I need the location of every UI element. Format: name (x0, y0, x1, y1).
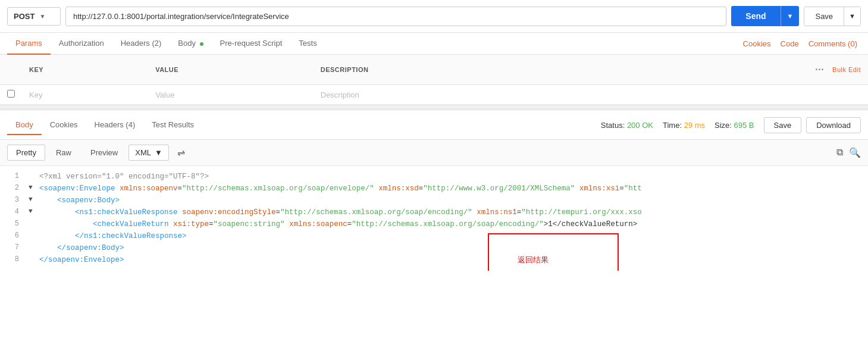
key-cell[interactable]: Key (22, 85, 148, 105)
send-button-group: Send ▼ (731, 6, 799, 26)
line-arrow (29, 242, 37, 253)
params-table: KEY VALUE DESCRIPTION ··· Bulk Edit Key … (0, 55, 868, 105)
method-label: POST (14, 12, 35, 21)
cookies-link[interactable]: Cookies (739, 33, 775, 54)
response-download-button[interactable]: Download (806, 117, 861, 133)
method-select[interactable]: POST ▼ (7, 7, 61, 26)
copy-icon[interactable]: ⧉ (836, 147, 843, 158)
more-options-icon[interactable]: ··· (811, 60, 828, 80)
code-link[interactable]: Code (777, 33, 803, 54)
tab-authorization[interactable]: Authorization (51, 33, 112, 55)
line-number: 2 (5, 183, 19, 194)
response-bar: Body Cookies Headers (4) Test Results St… (0, 109, 868, 140)
line-number: 4 (5, 206, 19, 218)
desc-cell[interactable]: Description (314, 85, 588, 105)
annotation-label: 返回结果 (518, 255, 549, 267)
line-number: 5 (5, 218, 19, 230)
url-input[interactable] (65, 7, 726, 26)
format-label: XML (135, 148, 151, 157)
col-checkbox (0, 55, 22, 85)
row-checkbox[interactable] (0, 85, 22, 105)
line-arrow[interactable]: ▼ (29, 195, 37, 205)
code-text: </ns1:checkValueResponse> (39, 230, 187, 242)
code-line-8: 8 </soapenv:Envelope> (0, 254, 868, 266)
line-number: 6 (5, 230, 19, 242)
col-key: KEY (22, 55, 148, 85)
send-dropdown-button[interactable]: ▼ (781, 6, 800, 26)
code-text: <soapenv:Body> (39, 195, 120, 206)
col-value: VALUE (148, 55, 314, 85)
tab-pre-request[interactable]: Pre-request Script (212, 33, 291, 55)
code-wrapper: 1 <?xml version="1.0" encoding="UTF-8"?>… (0, 166, 868, 271)
code-line-7: 7 </soapenv:Body> (0, 242, 868, 254)
size-label: Size: 695 B (715, 121, 754, 130)
tab-right-actions: Cookies Code Comments (0) (739, 33, 861, 54)
comments-link[interactable]: Comments (0) (805, 33, 861, 54)
code-line-3: 3 ▼ <soapenv:Body> (0, 195, 868, 206)
tab-headers[interactable]: Headers (2) (112, 33, 170, 55)
code-line-1: 1 <?xml version="1.0" encoding="UTF-8"?> (0, 171, 868, 183)
params-section: KEY VALUE DESCRIPTION ··· Bulk Edit Key … (0, 55, 868, 105)
col-actions: ··· Bulk Edit (588, 55, 868, 85)
body-tab-pretty[interactable]: Pretty (7, 145, 45, 161)
body-tab-raw[interactable]: Raw (48, 145, 80, 160)
body-actions-right: ⧉ 🔍 (836, 147, 861, 158)
line-number: 3 (5, 195, 19, 206)
line-arrow (29, 254, 37, 265)
resp-tab-body[interactable]: Body (7, 115, 42, 135)
resp-tab-cookies[interactable]: Cookies (42, 115, 86, 135)
resp-tab-test-results[interactable]: Test Results (143, 115, 202, 135)
wrap-icon[interactable]: ⇌ (177, 147, 185, 158)
code-text: <checkValueReturn xsi:type="soapenc:stri… (39, 218, 637, 230)
code-text: <ns1:checkValueResponse soapenv:encoding… (39, 206, 642, 218)
section-divider (0, 105, 868, 109)
line-number: 1 (5, 171, 19, 182)
format-chevron-icon: ▼ (155, 148, 162, 157)
code-line-2: 2 ▼ <soapenv:Envelope xmlns:soapenv="htt… (0, 183, 868, 195)
save-button[interactable]: Save (804, 7, 844, 26)
line-arrow (29, 171, 37, 181)
format-select[interactable]: XML ▼ (129, 145, 169, 161)
code-text: </soapenv:Envelope> (39, 254, 124, 266)
code-area: 1 <?xml version="1.0" encoding="UTF-8"?>… (0, 166, 868, 271)
status-label: Status: 200 OK (601, 121, 653, 130)
table-row: Key Value Description (0, 85, 868, 105)
tab-tests[interactable]: Tests (290, 33, 325, 55)
value-cell[interactable]: Value (148, 85, 314, 105)
bulk-edit-button[interactable]: Bulk Edit (832, 61, 861, 78)
line-arrow (29, 230, 37, 241)
code-line-5: 5 <checkValueReturn xsi:type="soapenc:st… (0, 218, 868, 230)
code-line-6: 6 </ns1:checkValueResponse> (0, 230, 868, 242)
search-icon[interactable]: 🔍 (849, 147, 861, 158)
col-description: DESCRIPTION (314, 55, 588, 85)
body-viewer-tabs: Pretty Raw Preview XML ▼ ⇌ ⧉ 🔍 (0, 140, 868, 166)
send-button[interactable]: Send (731, 6, 780, 26)
row-actions (588, 85, 868, 105)
response-tabs: Body Cookies Headers (4) Test Results (7, 115, 202, 134)
top-bar: POST ▼ Send ▼ Save ▼ (0, 0, 868, 33)
request-tabs: Params Authorization Headers (2) Body Pr… (0, 33, 868, 55)
code-text: </soapenv:Body> (39, 242, 124, 254)
line-arrow[interactable]: ▼ (29, 206, 37, 217)
line-arrow (29, 218, 37, 229)
size-value: 695 B (734, 121, 754, 130)
code-text: <soapenv:Envelope xmlns:soapenv="http://… (39, 183, 642, 195)
body-tab-preview[interactable]: Preview (82, 145, 126, 160)
code-text: <?xml version="1.0" encoding="UTF-8"?> (39, 171, 209, 183)
line-number: 8 (5, 254, 19, 265)
method-chevron-icon: ▼ (39, 13, 45, 20)
line-number: 7 (5, 242, 19, 253)
resp-tab-headers[interactable]: Headers (4) (86, 115, 144, 135)
tab-body[interactable]: Body (170, 33, 211, 55)
time-value: 29 ms (684, 121, 705, 130)
response-status: Status: 200 OK Time: 29 ms Size: 695 B (601, 121, 754, 130)
code-line-4: 4 ▼ <ns1:checkValueResponse soapenv:enco… (0, 206, 868, 218)
response-actions: Save Download (764, 117, 861, 133)
save-dropdown-button[interactable]: ▼ (844, 7, 860, 26)
time-label: Time: 29 ms (663, 121, 705, 130)
checkbox[interactable] (7, 90, 15, 98)
line-arrow[interactable]: ▼ (29, 183, 37, 193)
response-save-button[interactable]: Save (764, 117, 802, 133)
status-value: 200 OK (627, 121, 653, 130)
tab-params[interactable]: Params (7, 33, 51, 55)
